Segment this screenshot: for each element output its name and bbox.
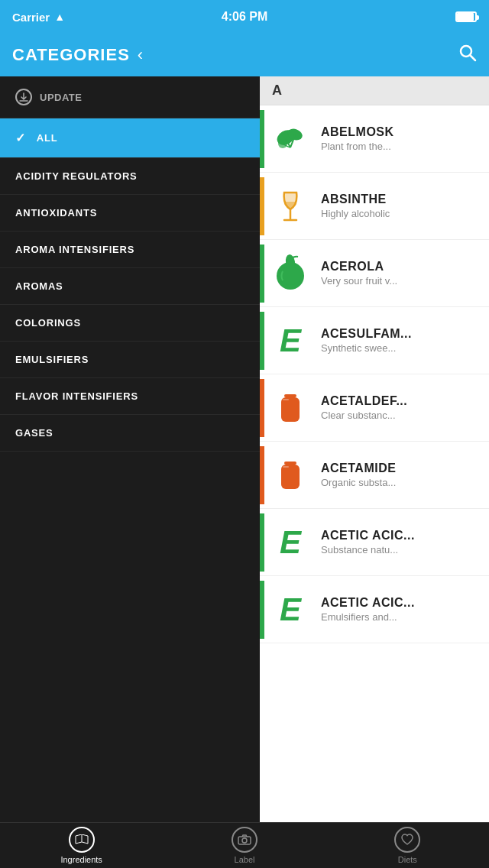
color-bar	[260, 513, 264, 572]
ingredient-text: ABSINTHE Highly alcoholic	[321, 193, 480, 219]
sidebar-item-gases[interactable]: GASES	[0, 415, 260, 452]
color-bar	[260, 312, 264, 370]
list-item[interactable]: E ACETIC ACIC... Emulsifiers and...	[260, 576, 489, 643]
sidebar-item-label: AROMA INTENSIFIERS	[15, 244, 134, 255]
ingredient-icon-wrap	[269, 252, 312, 295]
status-time: 4:06 PM	[222, 10, 267, 24]
tab-label-diets: Diets	[398, 855, 417, 864]
list-item[interactable]: ACETALDEF... Clear substanc...	[260, 374, 489, 442]
ingredient-text: ACETIC ACIC... Substance natu...	[321, 529, 480, 555]
svg-rect-13	[284, 462, 296, 465]
ingredient-name: ACETALDEF...	[321, 394, 480, 408]
sidebar-item-colorings[interactable]: COLORINGS	[0, 305, 260, 342]
header-left: CATEGORIES ‹	[12, 45, 143, 65]
list-item[interactable]: ACETAMIDE Organic substa...	[260, 442, 489, 509]
ingredient-desc: Emulsifiers and...	[321, 611, 480, 623]
camera-icon	[232, 827, 257, 853]
check-icon: ✓	[15, 131, 26, 145]
svg-rect-11	[281, 397, 300, 422]
sidebar-item-label: EMULSIFIERS	[15, 354, 89, 365]
ingredient-text: ACESULFAM... Synthetic swee...	[321, 327, 480, 354]
wine-glass-icon	[272, 186, 309, 226]
bottle-icon	[274, 455, 307, 495]
list-item[interactable]: E ACETIC ACIC... Substance natu...	[260, 509, 489, 576]
ingredient-text: ACETAMIDE Organic substa...	[321, 462, 480, 488]
ingredient-text: ACETIC ACIC... Emulsifiers and...	[321, 596, 480, 623]
sidebar-item-flavor-intensifiers[interactable]: FLAVOR INTENSIFIERS	[0, 378, 260, 415]
ingredient-name: ACEROLA	[321, 260, 480, 274]
ingredient-desc: Synthetic swee...	[321, 342, 480, 354]
ingredient-icon-wrap	[269, 118, 312, 160]
status-battery	[455, 11, 477, 22]
svg-rect-15	[283, 466, 289, 468]
ingredient-icon-wrap	[269, 454, 312, 497]
sidebar-item-emulsifiers[interactable]: EMULSIFIERS	[0, 342, 260, 378]
ingredient-desc: Substance natu...	[321, 544, 480, 555]
ingredient-desc: Clear substanc...	[321, 410, 480, 421]
tab-label-ingredients: Ingredients	[60, 855, 102, 864]
list-item[interactable]: E ACESULFAM... Synthetic swee...	[260, 307, 489, 374]
svg-point-18	[242, 838, 247, 843]
update-label: UPDATE	[40, 92, 82, 103]
ingredient-text: ABELMOSK Plant from the...	[321, 125, 480, 152]
ingredient-icon-wrap: E	[269, 319, 312, 362]
update-row[interactable]: UPDATE	[0, 76, 260, 118]
list-item[interactable]: ABELMOSK Plant from the...	[260, 105, 489, 173]
color-bar	[260, 177, 264, 235]
ingredient-text: ACETALDEF... Clear substanc...	[321, 394, 480, 421]
carrier-text: Carrier	[12, 11, 50, 24]
e-badge-icon: E	[280, 322, 301, 359]
ingredient-name: ACETIC ACIC...	[321, 529, 480, 542]
svg-rect-14	[281, 465, 300, 489]
sidebar-item-label: ALL	[37, 132, 58, 144]
ingredient-icon-wrap	[269, 185, 312, 228]
e-badge-icon: E	[280, 524, 301, 561]
book-icon	[69, 827, 95, 853]
status-carrier: Carrier ▲	[12, 11, 65, 24]
sidebar-item-all[interactable]: ✓ ALL	[0, 118, 260, 158]
sidebar-item-label: FLAVOR INTENSIFIERS	[15, 390, 138, 402]
battery-fill	[457, 13, 474, 21]
tab-diets[interactable]: Diets	[326, 827, 489, 864]
bottle-icon	[274, 388, 307, 428]
ingredient-text: ACEROLA Very sour fruit v...	[321, 260, 480, 287]
svg-rect-12	[283, 399, 289, 400]
sidebar-item-acidity-regulators[interactable]: ACIDITY REGULATORS	[0, 158, 260, 195]
ingredient-name: ABELMOSK	[321, 125, 480, 139]
ingredient-name: ABSINTHE	[321, 193, 480, 206]
e-badge-icon: E	[280, 591, 301, 628]
color-bar	[260, 110, 264, 168]
search-button[interactable]	[458, 44, 477, 66]
ingredient-icon-wrap	[269, 387, 312, 429]
sidebar-item-label: COLORINGS	[15, 317, 81, 329]
back-button[interactable]: ‹	[138, 45, 143, 65]
sidebar-item-antioxidants[interactable]: ANTIOXIDANTS	[0, 195, 260, 232]
color-bar	[260, 379, 264, 437]
download-icon	[15, 89, 32, 105]
apple-icon	[271, 253, 309, 294]
ingredient-desc: Highly alcoholic	[321, 208, 480, 219]
list-item[interactable]: ABSINTHE Highly alcoholic	[260, 173, 489, 240]
page-title: CATEGORIES	[12, 45, 130, 65]
color-bar	[260, 245, 264, 303]
header: CATEGORIES ‹	[0, 34, 489, 76]
tab-label-label: Label	[235, 855, 255, 864]
svg-line-1	[470, 55, 475, 60]
sidebar-item-aroma-intensifiers[interactable]: AROMA INTENSIFIERS	[0, 232, 260, 268]
tab-label[interactable]: Label	[163, 827, 325, 864]
ingredient-icon-wrap: E	[269, 588, 312, 631]
section-header-a: A	[260, 76, 489, 105]
sidebar-item-label: ANTIOXIDANTS	[15, 207, 97, 219]
sidebar-item-label: GASES	[15, 427, 53, 439]
sidebar-item-label: AROMAS	[15, 280, 63, 292]
ingredient-name: ACESULFAM...	[321, 327, 480, 341]
battery-icon	[455, 11, 477, 22]
tab-bar: Ingredients Label Diets	[0, 822, 489, 868]
tab-ingredients[interactable]: Ingredients	[0, 827, 163, 864]
wifi-icon: ▲	[54, 11, 65, 23]
sidebar-item-aromas[interactable]: AROMAS	[0, 268, 260, 305]
right-panel: A ABELMOSK Plant from the...	[260, 76, 489, 822]
main-content: UPDATE ✓ ALL ACIDITY REGULATORS ANTIOXID…	[0, 76, 489, 822]
list-item[interactable]: ACEROLA Very sour fruit v...	[260, 240, 489, 307]
ingredient-name: ACETIC ACIC...	[321, 596, 480, 610]
